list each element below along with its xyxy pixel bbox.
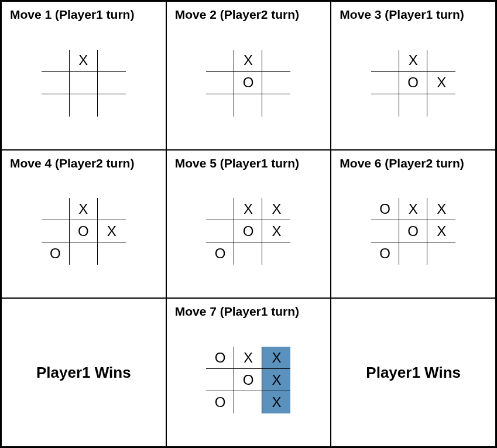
cell-2-0 — [206, 94, 234, 117]
ttt-board: O X X O X O X — [206, 347, 290, 413]
move-panel-3: Move 3 (Player1 turn) X O X — [331, 1, 496, 150]
cell-0-2: X — [427, 198, 455, 220]
cell-0-1: X — [399, 50, 427, 72]
cell-1-0 — [371, 220, 399, 242]
ttt-board: X — [42, 50, 126, 117]
cell-2-1 — [70, 94, 98, 117]
move-title: Move 3 (Player1 turn) — [340, 8, 487, 22]
move-title: Move 6 (Player2 turn) — [340, 156, 487, 170]
board-wrap: O X X O X O X — [175, 326, 323, 440]
cell-0-1: X — [70, 50, 98, 72]
cell-1-2: X — [262, 369, 290, 391]
move-panel-6: Move 6 (Player2 turn) O X X O X O — [331, 150, 496, 299]
cell-2-0: O — [206, 242, 234, 265]
win-message: Player1 Wins — [340, 305, 487, 440]
cell-0-0 — [206, 198, 234, 220]
board-wrap: X O X — [340, 29, 487, 143]
cell-0-0 — [206, 50, 234, 72]
cell-2-1 — [234, 391, 262, 413]
cell-1-2: X — [427, 220, 455, 242]
move-title: Move 2 (Player2 turn) — [175, 8, 323, 22]
cell-2-2 — [262, 242, 290, 265]
cell-0-1: X — [399, 198, 427, 220]
move-title: Move 4 (Player2 turn) — [10, 156, 157, 170]
move-panel-5: Move 5 (Player1 turn) X X O X O — [166, 150, 331, 299]
ttt-board: X O X — [371, 50, 455, 117]
move-panel-4: Move 4 (Player2 turn) X O X O — [1, 150, 166, 299]
win-panel-left: Player1 Wins — [1, 298, 166, 447]
cell-0-1: X — [234, 347, 262, 369]
cell-2-2 — [98, 242, 126, 265]
board-wrap: X — [10, 29, 157, 143]
cell-0-2 — [262, 50, 290, 72]
cell-2-0: O — [206, 391, 234, 413]
board-wrap: X O — [175, 29, 323, 143]
cell-0-2: X — [262, 347, 290, 369]
cell-1-0 — [206, 369, 234, 391]
game-history-grid: Move 1 (Player1 turn) X Move 2 (Player2 … — [0, 0, 497, 448]
win-message: Player1 Wins — [10, 305, 157, 440]
move-title: Move 5 (Player1 turn) — [175, 156, 323, 170]
ttt-board: X O X O — [42, 198, 126, 265]
move-title: Move 1 (Player1 turn) — [10, 8, 157, 22]
cell-0-0 — [42, 50, 70, 72]
cell-2-2: X — [262, 391, 290, 413]
cell-0-1: X — [70, 198, 98, 220]
cell-2-2 — [262, 94, 290, 117]
cell-0-2 — [98, 198, 126, 220]
cell-1-1: O — [234, 220, 262, 242]
cell-2-2 — [427, 94, 455, 117]
board-wrap: O X X O X O — [340, 177, 487, 292]
ttt-board: X X O X O — [206, 198, 290, 265]
cell-2-1 — [399, 242, 427, 265]
cell-1-2: X — [98, 220, 126, 242]
cell-0-0: O — [371, 198, 399, 220]
cell-1-0 — [371, 72, 399, 94]
cell-1-1: O — [234, 369, 262, 391]
cell-1-1: O — [399, 220, 427, 242]
board-wrap: X X O X O — [175, 177, 323, 292]
cell-0-2 — [98, 50, 126, 72]
cell-0-2 — [427, 50, 455, 72]
cell-2-0: O — [42, 242, 70, 265]
cell-1-1: O — [234, 72, 262, 94]
cell-1-1 — [70, 72, 98, 94]
cell-0-0 — [42, 198, 70, 220]
move-title: Move 7 (Player1 turn) — [175, 305, 323, 319]
cell-0-2: X — [262, 198, 290, 220]
cell-0-0 — [371, 50, 399, 72]
board-wrap: X O X O — [10, 177, 157, 292]
cell-1-2: X — [262, 220, 290, 242]
move-panel-2: Move 2 (Player2 turn) X O — [166, 1, 331, 150]
cell-2-1 — [234, 94, 262, 117]
cell-1-1: O — [399, 72, 427, 94]
ttt-board: O X X O X O — [371, 198, 455, 265]
cell-1-2: X — [427, 72, 455, 94]
cell-0-1: X — [234, 198, 262, 220]
cell-1-0 — [42, 72, 70, 94]
cell-1-2 — [262, 72, 290, 94]
cell-1-0 — [206, 72, 234, 94]
cell-2-1 — [70, 242, 98, 265]
cell-1-1: O — [70, 220, 98, 242]
win-panel-right: Player1 Wins — [331, 298, 496, 447]
cell-1-2 — [98, 72, 126, 94]
cell-2-2 — [427, 242, 455, 265]
cell-2-0: O — [371, 242, 399, 265]
cell-2-2 — [98, 94, 126, 117]
move-panel-1: Move 1 (Player1 turn) X — [1, 1, 166, 150]
cell-0-1: X — [234, 50, 262, 72]
ttt-board: X O — [206, 50, 290, 117]
cell-1-0 — [42, 220, 70, 242]
cell-2-0 — [371, 94, 399, 117]
cell-1-0 — [206, 220, 234, 242]
cell-2-1 — [399, 94, 427, 117]
cell-2-0 — [42, 94, 70, 117]
cell-0-0: O — [206, 347, 234, 369]
cell-2-1 — [234, 242, 262, 265]
move-panel-7: Move 7 (Player1 turn) O X X O X O X — [166, 298, 331, 447]
